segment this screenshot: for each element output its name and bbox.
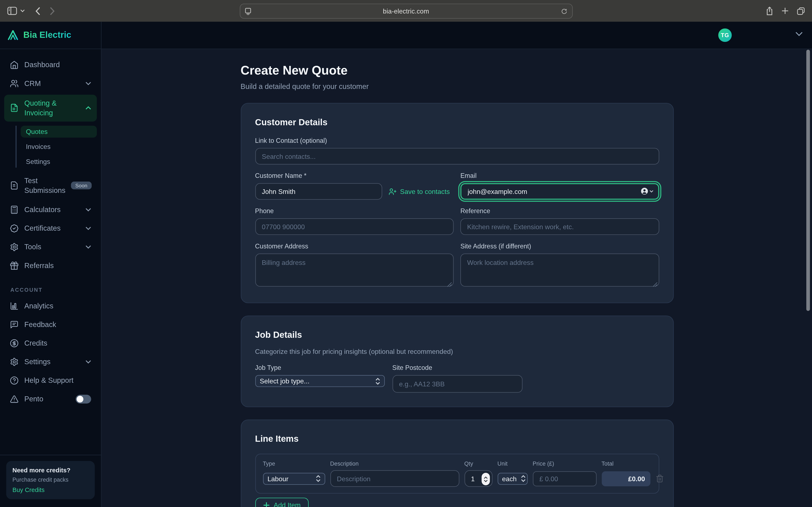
customer-name-input[interactable] <box>255 183 382 200</box>
site-address-textarea[interactable] <box>460 253 659 287</box>
job-type-select[interactable]: Select job type... <box>255 375 385 387</box>
sidebar-subitem-quotes[interactable]: Quotes <box>21 126 97 137</box>
new-tab-icon[interactable] <box>781 7 789 14</box>
sidebar-item-label: Tools <box>24 242 41 252</box>
sidebar-item-settings[interactable]: Settings <box>4 355 97 369</box>
page-subtitle: Build a detailed quote for your customer <box>241 82 673 91</box>
line-items-card: Line Items Type Description Qty Unit Pri… <box>241 419 673 507</box>
sidebar-subitem-invoices[interactable]: Invoices <box>21 141 97 153</box>
url-text: bia-electric.com <box>251 8 561 15</box>
credits-title: Need more credits? <box>12 467 89 474</box>
sidebar-item-label: Credits <box>24 338 47 348</box>
item-qty-value: 1 <box>471 475 475 483</box>
sidebar-item-analytics[interactable]: Analytics <box>4 299 97 313</box>
sidebar-item-label: Settings <box>24 357 51 367</box>
account-menu-chevron-icon[interactable] <box>796 32 803 36</box>
gear-icon <box>10 243 19 251</box>
toggle-knob <box>77 396 83 403</box>
quoting-subnav: Quotes Invoices Settings <box>15 126 97 168</box>
phone-input[interactable] <box>255 218 454 235</box>
sidebar-item-certificates[interactable]: Certificates <box>4 221 97 236</box>
chevron-down-icon <box>86 245 91 249</box>
chevron-down-icon <box>86 81 91 85</box>
main-content: Create New Quote Build a detailed quote … <box>102 49 812 507</box>
reference-input[interactable] <box>460 218 659 235</box>
sidebar-item-label: Calculators <box>24 205 61 215</box>
select-chevrons-icon <box>316 475 320 482</box>
page-settings-icon[interactable] <box>245 8 251 15</box>
chevron-down-icon <box>86 208 91 212</box>
sidebar-item-calculators[interactable]: Calculators <box>4 203 97 217</box>
delete-item-icon[interactable] <box>655 474 664 483</box>
sidebar-subitem-settings[interactable]: Settings <box>21 156 97 168</box>
site-postcode-label: Site Postcode <box>392 364 522 372</box>
job-details-card: Job Details Categorize this job for pric… <box>241 316 673 407</box>
sidebar-item-label: Dashboard <box>24 60 60 69</box>
reload-icon[interactable] <box>561 8 567 15</box>
credits-subtitle: Purchase credit packs <box>12 476 89 483</box>
search-contacts-input[interactable] <box>255 148 659 164</box>
sidebar-item-feedback[interactable]: Feedback <box>4 318 97 332</box>
col-unit: Unit <box>497 460 527 467</box>
resize-handle[interactable] <box>652 282 657 287</box>
item-description-input[interactable] <box>330 470 459 487</box>
email-label: Email <box>460 172 659 180</box>
sidebar-item-referrals[interactable]: Referrals <box>4 258 97 273</box>
sidebar-item-label: Analytics <box>24 301 53 311</box>
autofill-contact-icon[interactable] <box>640 187 653 195</box>
sidebar-item-quoting-invoicing[interactable]: Quoting & Invoicing <box>4 95 97 121</box>
app-header: Bia Electric TG <box>0 22 812 49</box>
tab-overview-icon[interactable] <box>797 7 805 15</box>
help-circle-icon <box>10 376 19 385</box>
toolbar-chevron-down-icon[interactable] <box>20 9 25 12</box>
customer-details-heading: Customer Details <box>255 117 659 128</box>
col-type: Type <box>263 460 325 467</box>
soon-badge: Soon <box>71 182 91 189</box>
item-unit-value: each <box>502 475 517 483</box>
forward-button-icon[interactable] <box>50 7 55 15</box>
brand[interactable]: Bia Electric <box>0 22 101 49</box>
sidebar-item-crm[interactable]: CRM <box>4 76 97 91</box>
item-price-input[interactable] <box>532 471 596 486</box>
sidebar-item-dashboard[interactable]: Dashboard <box>4 57 97 72</box>
subitem-label: Invoices <box>26 143 51 151</box>
resize-handle[interactable] <box>447 282 452 287</box>
back-button-icon[interactable] <box>35 7 40 15</box>
item-type-select[interactable]: Labour <box>263 472 325 485</box>
customer-name-label: Customer Name * <box>255 172 454 180</box>
scrollbar-thumb[interactable] <box>806 50 810 311</box>
item-unit-select[interactable]: each <box>497 472 527 485</box>
customer-address-textarea[interactable] <box>255 253 454 287</box>
buy-credits-link[interactable]: Buy Credits <box>12 486 89 494</box>
pento-toggle[interactable] <box>76 395 91 404</box>
email-input[interactable] <box>460 183 659 200</box>
url-bar[interactable]: bia-electric.com <box>240 4 573 18</box>
add-item-button[interactable]: Add Item <box>255 498 308 507</box>
sidebar-item-label: Referrals <box>24 261 54 271</box>
sidebar-item-label: Feedback <box>24 320 56 330</box>
sidebar-toggle-icon[interactable] <box>7 7 17 15</box>
subitem-label: Quotes <box>26 128 48 135</box>
sidebar-item-pento[interactable]: Pento <box>4 392 97 406</box>
brand-name: Bia Electric <box>23 30 71 40</box>
site-postcode-input[interactable] <box>392 375 522 393</box>
qty-spinner[interactable] <box>481 473 490 485</box>
link-contact-label: Link to Contact (optional) <box>255 137 659 144</box>
item-type-value: Labour <box>267 475 289 483</box>
line-item-row: Type Description Qty Unit Price (£) Tota… <box>255 454 659 494</box>
avatar[interactable]: TG <box>718 29 732 42</box>
browser-toolbar: bia-electric.com <box>0 0 812 22</box>
sidebar-item-test-submissions[interactable]: Test Submissions Soon <box>4 173 97 199</box>
save-to-contacts-link[interactable]: Save to contacts <box>389 187 450 195</box>
file-text-icon <box>10 104 19 113</box>
sidebar-item-help-support[interactable]: Help & Support <box>4 373 97 388</box>
item-qty-input[interactable]: 1 <box>464 470 492 487</box>
dollar-circle-icon <box>10 339 19 348</box>
line-items-heading: Line Items <box>255 434 659 445</box>
sidebar-item-tools[interactable]: Tools <box>4 240 97 255</box>
file-icon <box>10 181 19 190</box>
sidebar-item-credits[interactable]: Credits <box>4 336 97 351</box>
calculator-icon <box>10 205 19 214</box>
customer-details-card: Customer Details Link to Contact (option… <box>241 103 673 303</box>
share-icon[interactable] <box>766 7 773 15</box>
